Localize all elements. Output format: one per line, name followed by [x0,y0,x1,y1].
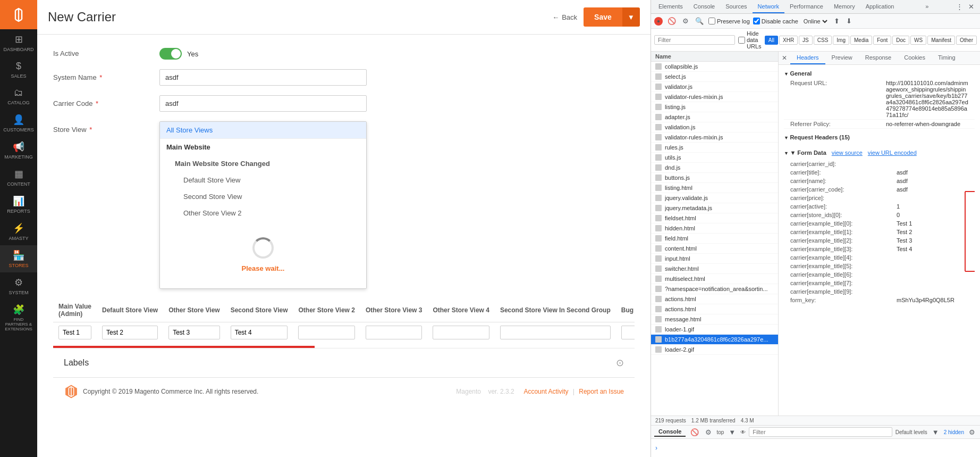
filter-tab-xhr[interactable]: XHR [779,36,798,45]
dropdown-item-other-store-view-2[interactable]: Other Store View 2 [160,205,366,221]
input-second-store-in-second[interactable] [500,326,611,339]
disable-cache-checkbox[interactable] [753,18,760,24]
request-item-collapsible[interactable]: collapsible.js [651,62,778,72]
form-data-label[interactable]: ▼ Form Data [784,147,826,158]
filter-tab-ws[interactable]: WS [910,36,926,45]
sidebar-item-system[interactable]: ⚙ SYSTEM [0,272,37,300]
view-source-link[interactable]: view source [832,149,863,156]
request-item-actions-2[interactable]: actions.html [651,304,778,314]
input-other-store-4[interactable] [433,326,489,339]
request-item-input[interactable]: input.html [651,254,778,264]
filter-tab-manifest[interactable]: Manifest [927,36,955,45]
request-item-loader-2[interactable]: loader-2.gif [651,345,778,355]
filter-tab-other[interactable]: Other [956,36,977,45]
sidebar-item-sales[interactable]: $ SALES [0,56,37,83]
view-url-encoded-link[interactable]: view URL encoded [868,149,917,156]
request-item-dnd[interactable]: dnd.js [651,163,778,173]
request-item-message[interactable]: message.html [651,314,778,325]
input-other-store[interactable] [168,326,219,339]
request-item-jquery-validate[interactable]: jquery.validate.js [651,193,778,203]
input-other-store-3[interactable] [366,326,422,339]
filter-tab-css[interactable]: CSS [814,36,832,45]
is-active-toggle[interactable] [159,48,182,60]
request-item-utils[interactable]: utils.js [651,153,778,163]
request-item-b1b277[interactable]: b1b277a4a3204861c8f6c2826aa297e... [651,335,778,345]
detail-close-button[interactable]: ✕ [779,52,790,64]
dropdown-item-all-store-views[interactable]: All Store Views [160,122,366,138]
console-tab-active[interactable]: Console [654,427,686,437]
detail-tab-response[interactable]: Response [859,52,898,64]
console-settings-btn[interactable]: ⚙ [704,428,713,436]
devtools-tab-memory[interactable]: Memory [829,0,860,13]
sidebar-item-reports[interactable]: 📊 REPORTS [0,191,37,218]
devtools-clear-button[interactable]: 🚫 [666,17,678,25]
input-bug-test[interactable] [621,326,635,339]
store-view-dropdown[interactable]: All Store Views Main Website Main Websit… [159,121,367,289]
filter-input[interactable] [654,35,735,45]
request-item-select[interactable]: select.js [651,72,778,82]
devtools-tab-more[interactable]: » [922,0,932,13]
console-filter-input[interactable] [749,427,892,437]
request-item-validator-rules-mixin-2[interactable]: validator-rules-mixin.js [651,132,778,143]
request-item-multiselect[interactable]: multiselect.html [651,274,778,284]
devtools-tab-console[interactable]: Console [688,0,720,13]
detail-tab-preview[interactable]: Preview [825,52,859,64]
system-name-input[interactable] [159,69,367,86]
filter-tab-img[interactable]: Img [833,36,849,45]
request-item-validator[interactable]: validator.js [651,82,778,92]
request-headers-section-header[interactable]: Request Headers (15) [784,132,975,143]
request-item-notification[interactable]: ?namespace=notification_area&sortin... [651,284,778,294]
request-item-fieldset[interactable]: fieldset.html [651,213,778,223]
devtools-search-icon[interactable]: 🔍 [694,17,705,25]
request-item-switcher[interactable]: switcher.html [651,264,778,274]
request-item-validation[interactable]: validation.js [651,122,778,132]
footer-account-activity[interactable]: Account Activity [523,388,568,395]
filter-tab-media[interactable]: Media [850,36,872,45]
input-main-value[interactable] [58,326,91,339]
request-item-buttons[interactable]: buttons.js [651,173,778,183]
input-other-store-2[interactable] [298,326,354,339]
request-item-validator-rules-mixin[interactable]: validator-rules-mixin.js [651,92,778,102]
request-item-rules[interactable]: rules.js [651,143,778,153]
devtools-tab-sources[interactable]: Sources [720,0,752,13]
devtools-record-button[interactable]: ● [654,17,663,26]
general-section-header[interactable]: General [784,68,975,79]
console-top-dropdown[interactable]: ▼ [727,428,737,436]
devtools-tab-performance[interactable]: Performance [784,0,829,13]
dropdown-item-main-website[interactable]: Main Website [160,139,366,155]
devtools-import-icon[interactable]: ⬆ [832,17,841,25]
devtools-tab-application[interactable]: Application [860,0,900,13]
magento-logo[interactable] [0,0,37,29]
sidebar-item-amasty[interactable]: ⚡ AMASTY [0,218,37,245]
save-button[interactable]: Save [584,7,622,27]
request-item-actions-1[interactable]: actions.html [651,294,778,304]
devtools-tab-network[interactable]: Network [753,0,784,13]
dropdown-item-main-website-store-changed[interactable]: Main Website Store Changed [160,155,366,172]
filter-tab-all[interactable]: All [765,36,778,45]
online-select[interactable]: Online [801,18,829,25]
preserve-log-checkbox-label[interactable]: Preserve log [708,18,750,24]
back-button[interactable]: ← Back [552,13,577,21]
hide-data-urls-label[interactable]: Hide data URLs [738,30,762,49]
devtools-settings-icon[interactable]: ⋮ [954,3,965,11]
devtools-tab-elements[interactable]: Elements [653,0,688,13]
sidebar-item-customers[interactable]: 👤 CUSTOMERS [0,110,37,137]
console-clear-btn[interactable]: 🚫 [689,428,700,436]
detail-tab-timing[interactable]: Timing [932,52,962,64]
devtools-filter-icon[interactable]: ⚙ [681,17,690,25]
request-item-loader-1[interactable]: loader-1.gif [651,325,778,335]
dropdown-item-default-store-view[interactable]: Default Store View [160,172,366,188]
devtools-close-icon[interactable]: ✕ [967,3,976,11]
sidebar-item-find[interactable]: 🧩 FIND PARTNERS & EXTENSIONS [0,300,37,336]
request-item-jquery-metadata[interactable]: jquery.metadata.js [651,203,778,213]
preserve-log-checkbox[interactable] [708,18,715,24]
request-item-field[interactable]: field.html [651,234,778,244]
sidebar-item-marketing[interactable]: 📢 MARKETING [0,137,37,164]
input-second-store[interactable] [231,326,288,339]
sidebar-item-content[interactable]: ▦ CONTENT [0,164,37,191]
dropdown-item-second-store-view[interactable]: Second Store View [160,188,366,205]
disable-cache-checkbox-label[interactable]: Disable cache [753,18,798,24]
carrier-code-input[interactable] [159,95,367,112]
filter-tab-js[interactable]: JS [799,36,813,45]
request-item-adapter[interactable]: adapter.js [651,112,778,122]
